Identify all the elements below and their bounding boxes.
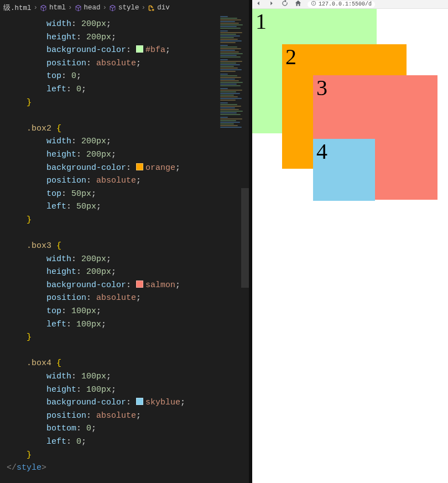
code-editor[interactable]: width: 200px; height: 200px; background-…: [0, 15, 249, 483]
browser-pane: 127.0.0.1:5500/d 1 2 3 4: [252, 0, 448, 483]
editor-pane: 级.html › html › head › style › div: [0, 0, 249, 483]
svg-rect-2: [314, 2, 314, 3]
symbol-field-icon: [40, 4, 47, 12]
breadcrumb-file[interactable]: 级.html: [3, 3, 32, 13]
site-info-icon[interactable]: [311, 1, 316, 8]
box-1-label: 1: [256, 9, 267, 34]
box-3-label: 3: [316, 75, 327, 100]
editor-scrollbar[interactable]: [241, 188, 249, 288]
breadcrumb-seg-label: head: [84, 4, 101, 12]
browser-toolbar: 127.0.0.1:5500/d: [252, 0, 448, 9]
breadcrumb-seg-head[interactable]: head: [75, 4, 101, 12]
forward-icon[interactable]: [268, 0, 275, 9]
address-bar[interactable]: 127.0.0.1:5500/d: [308, 1, 375, 8]
breadcrumb-seg-label: html: [49, 4, 66, 12]
address-url: 127.0.0.1:5500/d: [319, 1, 372, 7]
minimap[interactable]: [218, 15, 249, 181]
back-icon[interactable]: [254, 0, 262, 9]
breadcrumb-seg-label: div: [157, 4, 170, 12]
breadcrumb-seg-label: style: [118, 4, 139, 12]
breadcrumb-seg-style[interactable]: style: [109, 4, 139, 12]
box-4: 4: [313, 139, 375, 201]
chevron-right-icon: ›: [68, 4, 72, 12]
breadcrumb-seg-div[interactable]: div: [148, 4, 170, 12]
chevron-right-icon: ›: [34, 4, 38, 12]
box-2-label: 2: [285, 44, 296, 69]
preview-viewport: 1 2 3 4: [252, 9, 448, 483]
breadcrumb-file-label: 级.html: [3, 3, 32, 13]
breadcrumb-seg-html[interactable]: html: [40, 4, 66, 12]
box-4-label: 4: [316, 139, 327, 164]
breadcrumb[interactable]: 级.html › html › head › style › div: [0, 0, 249, 15]
chevron-right-icon: ›: [142, 4, 146, 12]
home-icon[interactable]: [294, 0, 302, 9]
svg-rect-1: [314, 3, 314, 4]
reload-icon[interactable]: [281, 0, 289, 9]
chevron-right-icon: ›: [103, 4, 107, 12]
symbol-field-icon: [75, 4, 82, 12]
symbol-field-icon: [109, 4, 116, 12]
app-root: 级.html › html › head › style › div: [0, 0, 448, 483]
symbol-class-icon: [148, 4, 155, 12]
